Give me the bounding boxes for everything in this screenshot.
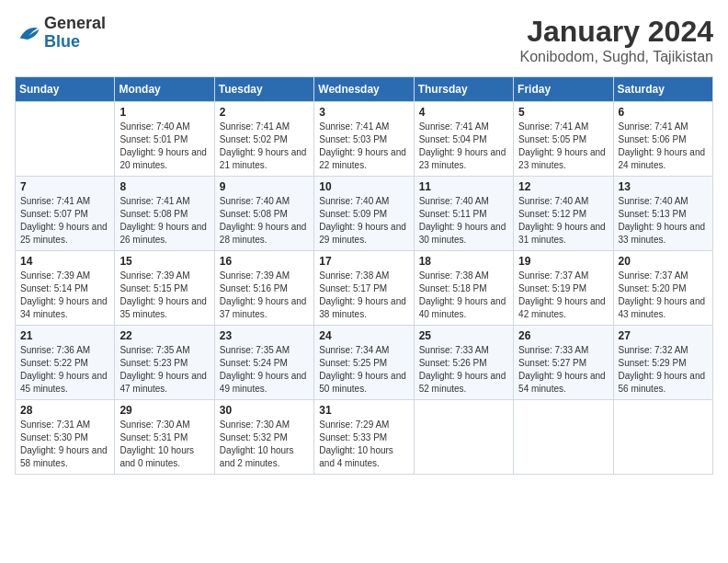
calendar-cell: 2Sunrise: 7:41 AMSunset: 5:02 PMDaylight… [214,102,313,177]
day-number: 9 [220,180,309,193]
calendar-cell: 24Sunrise: 7:34 AMSunset: 5:25 PMDayligh… [314,326,414,400]
header-tuesday: Tuesday [214,77,313,102]
day-number: 19 [518,255,608,268]
calendar-cell: 20Sunrise: 7:37 AMSunset: 5:20 PMDayligh… [613,251,712,326]
day-number: 13 [619,180,708,193]
calendar-cell: 6Sunrise: 7:41 AMSunset: 5:06 PMDaylight… [613,102,712,177]
logo-general: General [44,15,106,33]
day-detail: Sunrise: 7:41 AMSunset: 5:07 PMDaylight:… [20,195,109,247]
header-thursday: Thursday [414,77,513,102]
calendar-week-row: 21Sunrise: 7:36 AMSunset: 5:22 PMDayligh… [16,326,713,400]
day-detail: Sunrise: 7:40 AMSunset: 5:12 PMDaylight:… [518,195,608,247]
calendar-cell: 28Sunrise: 7:31 AMSunset: 5:30 PMDayligh… [16,400,115,475]
day-detail: Sunrise: 7:37 AMSunset: 5:19 PMDaylight:… [518,270,608,321]
day-number: 7 [20,180,109,193]
calendar-table: SundayMondayTuesdayWednesdayThursdayFrid… [15,76,713,475]
day-detail: Sunrise: 7:40 AMSunset: 5:11 PMDaylight:… [419,195,508,247]
day-number: 12 [518,180,608,193]
day-number: 31 [319,404,408,417]
day-number: 22 [119,329,209,342]
day-number: 25 [419,329,508,342]
calendar-cell: 3Sunrise: 7:41 AMSunset: 5:03 PMDaylight… [314,102,414,177]
header-sunday: Sunday [16,77,115,102]
logo-blue: Blue [44,33,106,52]
calendar-cell: 11Sunrise: 7:40 AMSunset: 5:11 PMDayligh… [414,177,513,251]
day-detail: Sunrise: 7:39 AMSunset: 5:15 PMDaylight:… [119,270,209,321]
day-detail: Sunrise: 7:40 AMSunset: 5:09 PMDaylight:… [319,195,408,247]
calendar-cell: 8Sunrise: 7:41 AMSunset: 5:08 PMDaylight… [115,177,214,251]
header-monday: Monday [115,77,214,102]
calendar-cell: 29Sunrise: 7:30 AMSunset: 5:31 PMDayligh… [115,400,214,475]
header-friday: Friday [514,77,613,102]
day-detail: Sunrise: 7:33 AMSunset: 5:27 PMDaylight:… [518,344,608,396]
title-area: January 2024 Konibodom, Sughd, Tajikista… [519,15,713,65]
calendar-cell: 27Sunrise: 7:32 AMSunset: 5:29 PMDayligh… [613,326,712,400]
header: General Blue January 2024 Konibodom, Sug… [15,15,713,65]
calendar-cell: 7Sunrise: 7:41 AMSunset: 5:07 PMDaylight… [16,177,115,251]
day-detail: Sunrise: 7:30 AMSunset: 5:32 PMDaylight:… [220,419,309,470]
calendar-cell: 21Sunrise: 7:36 AMSunset: 5:22 PMDayligh… [16,326,115,400]
day-detail: Sunrise: 7:38 AMSunset: 5:17 PMDaylight:… [319,270,408,321]
day-number: 28 [20,404,109,417]
calendar-week-row: 28Sunrise: 7:31 AMSunset: 5:30 PMDayligh… [16,400,713,475]
day-number: 17 [319,255,408,268]
day-detail: Sunrise: 7:40 AMSunset: 5:01 PMDaylight:… [119,121,209,172]
day-number: 15 [119,255,209,268]
calendar-header-row: SundayMondayTuesdayWednesdayThursdayFrid… [16,77,713,102]
calendar-cell: 9Sunrise: 7:40 AMSunset: 5:08 PMDaylight… [214,177,313,251]
calendar-cell: 1Sunrise: 7:40 AMSunset: 5:01 PMDaylight… [115,102,214,177]
day-detail: Sunrise: 7:38 AMSunset: 5:18 PMDaylight:… [419,270,508,321]
calendar-cell: 16Sunrise: 7:39 AMSunset: 5:16 PMDayligh… [214,251,313,326]
calendar-cell [613,400,712,475]
calendar-cell: 22Sunrise: 7:35 AMSunset: 5:23 PMDayligh… [115,326,214,400]
day-detail: Sunrise: 7:41 AMSunset: 5:08 PMDaylight:… [119,195,209,247]
day-detail: Sunrise: 7:31 AMSunset: 5:30 PMDaylight:… [20,419,109,470]
day-number: 16 [220,255,309,268]
location-subtitle: Konibodom, Sughd, Tajikistan [519,49,713,65]
header-saturday: Saturday [613,77,712,102]
calendar-cell [514,400,613,475]
calendar-cell [414,400,513,475]
day-detail: Sunrise: 7:39 AMSunset: 5:14 PMDaylight:… [20,270,109,321]
day-detail: Sunrise: 7:36 AMSunset: 5:22 PMDaylight:… [20,344,109,396]
day-number: 27 [619,329,708,342]
calendar-cell [16,102,115,177]
day-detail: Sunrise: 7:29 AMSunset: 5:33 PMDaylight:… [319,419,408,470]
calendar-cell: 12Sunrise: 7:40 AMSunset: 5:12 PMDayligh… [514,177,613,251]
month-year-title: January 2024 [519,15,713,49]
day-number: 24 [319,329,408,342]
day-number: 20 [619,255,708,268]
day-number: 30 [220,404,309,417]
day-detail: Sunrise: 7:40 AMSunset: 5:13 PMDaylight:… [619,195,708,247]
day-detail: Sunrise: 7:35 AMSunset: 5:24 PMDaylight:… [220,344,309,396]
day-number: 6 [619,106,708,119]
header-wednesday: Wednesday [314,77,414,102]
day-number: 18 [419,255,508,268]
calendar-cell: 15Sunrise: 7:39 AMSunset: 5:15 PMDayligh… [115,251,214,326]
calendar-cell: 26Sunrise: 7:33 AMSunset: 5:27 PMDayligh… [514,326,613,400]
calendar-cell: 18Sunrise: 7:38 AMSunset: 5:18 PMDayligh… [414,251,513,326]
day-detail: Sunrise: 7:39 AMSunset: 5:16 PMDaylight:… [220,270,309,321]
logo: General Blue [15,15,106,52]
calendar-week-row: 14Sunrise: 7:39 AMSunset: 5:14 PMDayligh… [16,251,713,326]
calendar-cell: 25Sunrise: 7:33 AMSunset: 5:26 PMDayligh… [414,326,513,400]
day-detail: Sunrise: 7:40 AMSunset: 5:08 PMDaylight:… [220,195,309,247]
day-detail: Sunrise: 7:30 AMSunset: 5:31 PMDaylight:… [119,419,209,470]
day-number: 2 [220,106,309,119]
day-detail: Sunrise: 7:37 AMSunset: 5:20 PMDaylight:… [619,270,708,321]
day-detail: Sunrise: 7:41 AMSunset: 5:04 PMDaylight:… [419,121,508,172]
day-number: 10 [319,180,408,193]
calendar-week-row: 7Sunrise: 7:41 AMSunset: 5:07 PMDaylight… [16,177,713,251]
day-number: 29 [119,404,209,417]
day-number: 5 [518,106,608,119]
calendar-cell: 13Sunrise: 7:40 AMSunset: 5:13 PMDayligh… [613,177,712,251]
calendar-cell: 5Sunrise: 7:41 AMSunset: 5:05 PMDaylight… [514,102,613,177]
day-detail: Sunrise: 7:41 AMSunset: 5:03 PMDaylight:… [319,121,408,172]
day-number: 3 [319,106,408,119]
day-number: 14 [20,255,109,268]
day-detail: Sunrise: 7:33 AMSunset: 5:26 PMDaylight:… [419,344,508,396]
calendar-cell: 19Sunrise: 7:37 AMSunset: 5:19 PMDayligh… [514,251,613,326]
day-detail: Sunrise: 7:32 AMSunset: 5:29 PMDaylight:… [619,344,708,396]
calendar-cell: 23Sunrise: 7:35 AMSunset: 5:24 PMDayligh… [214,326,313,400]
day-detail: Sunrise: 7:41 AMSunset: 5:02 PMDaylight:… [220,121,309,172]
